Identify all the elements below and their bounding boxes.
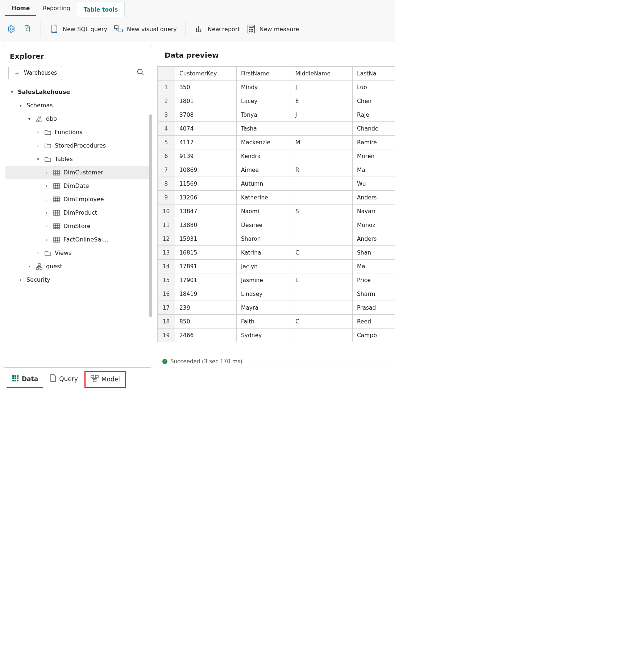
cell[interactable]: 17901 bbox=[175, 273, 237, 287]
cell[interactable]: Campb bbox=[353, 328, 395, 342]
table-row[interactable]: 1417891JaclynMa bbox=[158, 260, 395, 273]
column-header[interactable]: FirstName bbox=[237, 67, 291, 80]
tree-node-table[interactable]: ›DimProduct bbox=[5, 206, 150, 219]
table-row[interactable]: 1113880DesireeMunoz bbox=[158, 218, 395, 232]
cell[interactable]: Jaclyn bbox=[237, 260, 291, 273]
column-header[interactable]: LastNa bbox=[353, 67, 395, 80]
cell[interactable]: M bbox=[291, 136, 353, 149]
cell[interactable] bbox=[291, 218, 353, 232]
tree-node-guest[interactable]: › guest bbox=[5, 260, 150, 273]
settings-button[interactable] bbox=[7, 24, 16, 34]
cell[interactable]: 239 bbox=[175, 301, 237, 315]
cell[interactable]: Faith bbox=[237, 315, 291, 328]
cell[interactable] bbox=[291, 328, 353, 342]
cell[interactable] bbox=[291, 191, 353, 204]
tree-node-table[interactable]: ›DimDate bbox=[5, 179, 150, 193]
cell[interactable]: Desiree bbox=[237, 218, 291, 232]
column-header[interactable]: CustomerKey bbox=[175, 67, 237, 80]
cell[interactable]: Kendra bbox=[237, 149, 291, 163]
new-measure-button[interactable]: New measure bbox=[246, 24, 299, 34]
warehouses-button[interactable]: ＋ Warehouses bbox=[8, 66, 62, 80]
cell[interactable] bbox=[291, 177, 353, 191]
cell[interactable]: Navarr bbox=[353, 204, 395, 218]
cell[interactable]: Chen bbox=[353, 94, 395, 108]
ribbon-tab-reporting[interactable]: Reporting bbox=[36, 0, 76, 16]
scrollbar[interactable] bbox=[149, 114, 152, 317]
tree-node-table[interactable]: ›DimStore bbox=[5, 219, 150, 233]
cell[interactable]: 15931 bbox=[175, 232, 237, 246]
cell[interactable]: Mayra bbox=[237, 301, 291, 315]
table-row[interactable]: 1350MindyJLuo bbox=[158, 80, 395, 94]
table-row[interactable]: 54117MackenzieMRamire bbox=[158, 136, 395, 149]
cell[interactable]: Lacey bbox=[237, 94, 291, 108]
cell[interactable]: 9139 bbox=[175, 149, 237, 163]
cell[interactable]: L bbox=[291, 273, 353, 287]
cell[interactable]: 13847 bbox=[175, 204, 237, 218]
cell[interactable]: 13880 bbox=[175, 218, 237, 232]
cell[interactable]: J bbox=[291, 80, 353, 94]
table-row[interactable]: 69139KendraMoren bbox=[158, 149, 395, 163]
tree-node-security[interactable]: › Security bbox=[5, 273, 150, 286]
cell[interactable]: C bbox=[291, 246, 353, 260]
table-row[interactable]: 33708TonyaJRaje bbox=[158, 108, 395, 122]
tree-node-tables[interactable]: ▾ Tables bbox=[5, 152, 150, 166]
table-row[interactable]: 1316815KatrinaCShan bbox=[158, 246, 395, 260]
cell[interactable]: Katrina bbox=[237, 246, 291, 260]
cell[interactable]: Luo bbox=[353, 80, 395, 94]
bottom-tab-query[interactable]: Query bbox=[45, 371, 83, 388]
cell[interactable]: 16815 bbox=[175, 246, 237, 260]
cell[interactable]: Mackenzie bbox=[237, 136, 291, 149]
tree-node-schemas[interactable]: ▾ Schemas bbox=[5, 99, 150, 112]
cell[interactable]: 850 bbox=[175, 315, 237, 328]
new-sql-query-button[interactable]: SQL New SQL query bbox=[50, 24, 107, 34]
cell[interactable]: Ma bbox=[353, 260, 395, 273]
cell[interactable]: 10869 bbox=[175, 163, 237, 177]
cell[interactable]: S bbox=[291, 204, 353, 218]
bottom-tab-data[interactable]: Data bbox=[7, 372, 43, 388]
table-row[interactable]: 1517901JasmineLPrice bbox=[158, 273, 395, 287]
search-button[interactable] bbox=[134, 66, 147, 80]
tree-node-functions[interactable]: › Functions bbox=[5, 125, 150, 139]
cell[interactable]: Aimee bbox=[237, 163, 291, 177]
new-visual-query-button[interactable]: New visual query bbox=[114, 24, 177, 34]
table-row[interactable]: 1618419LindseySharm bbox=[158, 287, 395, 301]
table-row[interactable]: 913206KatherineAnders bbox=[158, 191, 395, 204]
cell[interactable]: Wu bbox=[353, 177, 395, 191]
table-row[interactable]: 811569AutumnWu bbox=[158, 177, 395, 191]
cell[interactable] bbox=[291, 287, 353, 301]
cell[interactable]: 1801 bbox=[175, 94, 237, 108]
cell[interactable]: 11569 bbox=[175, 177, 237, 191]
cell[interactable]: Anders bbox=[353, 191, 395, 204]
cell[interactable]: Prasad bbox=[353, 301, 395, 315]
table-row[interactable]: 192466SydneyCampb bbox=[158, 328, 395, 342]
cell[interactable]: Naomi bbox=[237, 204, 291, 218]
tree-node-storedprocedures[interactable]: › StoredProcedures bbox=[5, 139, 150, 152]
cell[interactable]: Lindsey bbox=[237, 287, 291, 301]
cell[interactable]: Tasha bbox=[237, 122, 291, 136]
tree-node-table[interactable]: ›DimCustomer bbox=[5, 166, 150, 179]
cell[interactable] bbox=[291, 122, 353, 136]
bottom-tab-model[interactable]: Model bbox=[84, 371, 126, 388]
cell[interactable]: Shan bbox=[353, 246, 395, 260]
tree-node-views[interactable]: › Views bbox=[5, 246, 150, 260]
cell[interactable]: Moren bbox=[353, 149, 395, 163]
cell[interactable]: Price bbox=[353, 273, 395, 287]
cell[interactable]: 18419 bbox=[175, 287, 237, 301]
cell[interactable]: Ma bbox=[353, 163, 395, 177]
cell[interactable]: 2466 bbox=[175, 328, 237, 342]
cell[interactable]: 3708 bbox=[175, 108, 237, 122]
column-header[interactable]: MiddleName bbox=[291, 67, 353, 80]
cell[interactable]: Sharm bbox=[353, 287, 395, 301]
cell[interactable]: C bbox=[291, 315, 353, 328]
cell[interactable]: 350 bbox=[175, 80, 237, 94]
cell[interactable]: Autumn bbox=[237, 177, 291, 191]
tree-node-table[interactable]: ›DimEmployee bbox=[5, 193, 150, 206]
cell[interactable]: 4074 bbox=[175, 122, 237, 136]
cell[interactable]: Ramire bbox=[353, 136, 395, 149]
table-row[interactable]: 710869AimeeRMa bbox=[158, 163, 395, 177]
cell[interactable]: R bbox=[291, 163, 353, 177]
tree-node-dbo[interactable]: ▾ dbo bbox=[5, 112, 150, 125]
tree-node-saleslakehouse[interactable]: ▾ SalesLakehouse bbox=[5, 85, 150, 99]
table-row[interactable]: 18850FaithCReed bbox=[158, 315, 395, 328]
table-row[interactable]: 21801LaceyEChen bbox=[158, 94, 395, 108]
